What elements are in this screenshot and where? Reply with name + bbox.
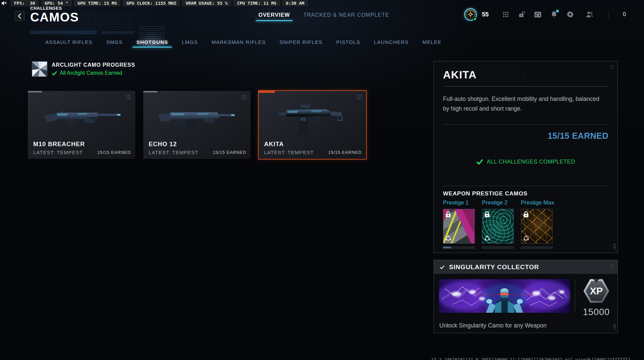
check-icon [440,265,445,269]
lock-icon [445,211,451,218]
tab-tracked-near-complete[interactable]: TRACKED & NEAR COMPLETE [303,12,389,18]
weapon-earned-count: 15/15 EARNED [328,150,362,155]
prestige-camos-title: WEAPON PRESTIGE CAMOS [443,190,528,197]
prestige-max-progress-bar [521,246,553,249]
card-corner-tab [28,91,42,93]
weapon-card-list: M10 BREACHER LATEST: TEMPEST 15/15 EARNE… [28,91,366,159]
tab-tracked-label: TRACKED & NEAR COMPLETE [303,12,389,18]
panel-grid-dots-icon [610,263,614,268]
xp-badge-label: XP [590,286,603,296]
detail-weapon-title: AKITA [443,69,477,81]
title-block: CHALLENGES CAMOS [30,6,79,24]
check-icon [52,71,57,75]
detail-weapon-description: Full-auto shotgun. Excellent mobility an… [443,94,604,114]
online-status-dot [473,17,477,21]
header-divider [608,10,608,18]
singularity-description: Unlock Singularity Camo for any Weapon [439,322,547,329]
back-button[interactable] [15,11,24,21]
detail-completed-status: ALL CHALLENGES COMPLETED [487,159,575,165]
notifications-icon[interactable] [550,11,557,18]
weapon-name: ECHO 12 [149,141,177,148]
breadcrumb: CHALLENGES [30,6,79,11]
prestige-1-camo-tile[interactable] [443,209,475,244]
card-grid-dots-icon [126,95,131,100]
camos-screen: FPS: 30 GPU: 54 ° GPU TIME: 15 MS GPU CL… [0,0,644,360]
clock: 6:30 AM [282,0,308,6]
camo-category-icon [523,235,530,242]
scroll-indicator[interactable] [613,324,616,329]
tab-overview-label: OVERVIEW [258,12,290,18]
weapon-detail-panel: AKITA Full-auto shotgun. Excellent mobil… [434,61,618,253]
prestige-camo-row: Prestige 1 Prestige 2 Prestige Max [443,199,553,249]
build-version: 13.3.24670101[37.0.1055]10600:11:[7400][… [431,357,631,360]
header-right: 55 0 [464,8,626,21]
weapon-image-m10-breacher [37,98,126,138]
unlock-icon[interactable] [518,11,525,18]
tab-assault-rifles[interactable]: ASSAULT RIFLES [45,39,92,45]
prestige-1-label: Prestige 1 [443,199,475,206]
arclight-status: All Arclight Camos Earned [60,70,122,76]
weapon-card-akita[interactable]: AKITA LATEST: TEMPEST 15/15 EARNED [259,91,366,159]
detail-divider-2 [443,186,608,186]
title-dot-decoration-2 [81,9,154,35]
prestige-2-progress-bar [482,246,514,249]
camo-category-icon [484,235,491,242]
prestige-max-label: Prestige Max [521,199,553,206]
card-corner-tab [143,91,157,93]
weapon-class-tabs: ASSAULT RIFLES SMGS SHOTGUNS LMGS MARKSM… [45,39,442,45]
arclight-title: ARCLIGHT CAMO PROGRESS [52,62,135,68]
detail-divider [443,124,608,125]
prestige-1-progress-bar [443,246,475,249]
weapon-earned-count: 15/15 EARNED [213,150,246,155]
tab-lmgs[interactable]: LMGS [182,39,198,45]
header-icon-row: 0 [502,10,626,18]
lock-icon [484,211,490,218]
weapon-card-m10-breacher[interactable]: M10 BREACHER LATEST: TEMPEST 15/15 EARNE… [28,91,135,159]
player-level: 55 [482,11,489,18]
weapon-image-akita [268,96,357,140]
weapon-latest-camo: LATEST: TEMPEST [149,149,198,155]
check-icon [476,159,483,165]
detail-earned-count: 15/15 EARNED [548,131,608,141]
tab-sniper-rifles[interactable]: SNIPER RIFLES [280,39,323,45]
cpu-time: CPU TIME: 11 MS [233,0,280,6]
chevron-left-icon [18,13,21,19]
vram-usage: VRAM USAGE: 55 % [182,0,231,6]
tab-melee[interactable]: MELEE [423,39,442,45]
detail-title-rule [443,86,608,86]
singularity-banner-art [439,279,570,313]
tab-smgs[interactable]: SMGS [106,39,122,45]
prestige-max-camo-tile[interactable] [521,209,553,244]
arclight-camo-thumbnail [32,61,47,77]
social-icon[interactable] [586,11,593,18]
settings-icon[interactable] [566,11,574,18]
camo-category-icon [445,235,452,242]
prestige-1-column: Prestige 1 [443,199,475,249]
tab-marksman-rifles[interactable]: MARKSMAN RIFLES [211,39,265,45]
scroll-indicator[interactable] [613,244,616,249]
weapon-latest-camo: LATEST: TEMPEST [33,149,83,155]
xp-badge-icon: XP [583,276,610,306]
muted-speaker-icon [0,0,8,6]
social-count: 0 [623,11,626,17]
singularity-collector-panel: SINGULARITY COLLECTOR [434,260,618,333]
tab-overview[interactable]: OVERVIEW [258,12,290,18]
card-grid-dots-icon [241,95,246,100]
tab-launchers[interactable]: LAUNCHERS [374,39,408,45]
gpu-time: GPU TIME: 15 MS [74,0,120,6]
xp-reward-value: 15000 [579,307,614,317]
prestige-2-camo-tile[interactable] [482,209,514,244]
reward-divider [575,279,575,313]
card-corner-tab-selected [259,91,275,93]
arclight-progress: ARCLIGHT CAMO PROGRESS All Arclight Camo… [32,61,135,77]
singularity-header: SINGULARITY COLLECTOR [434,260,617,274]
prestige-2-column: Prestige 2 [482,199,514,249]
weapon-card-echo-12[interactable]: ECHO 12 LATEST: TEMPEST 15/15 EARNED [143,91,251,159]
capture-icon[interactable] [534,11,541,18]
player-emblem[interactable] [464,8,477,21]
tab-shotguns[interactable]: SHOTGUNS [136,39,168,45]
weapon-earned-count: 15/15 EARNED [97,150,131,155]
notification-badge [556,10,559,12]
tab-pistols[interactable]: PISTOLS [336,39,360,45]
menu-grid-icon[interactable] [502,11,509,18]
